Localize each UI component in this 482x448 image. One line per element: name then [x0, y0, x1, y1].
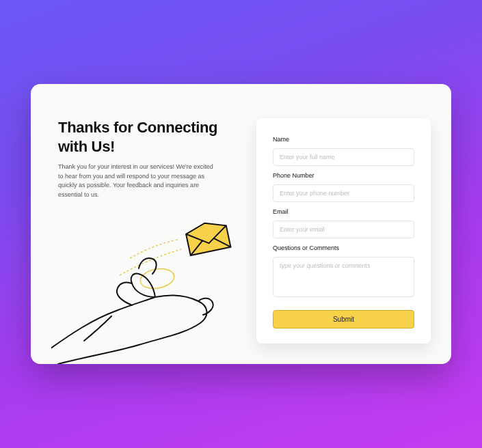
- email-input[interactable]: [273, 221, 414, 238]
- name-label: Name: [273, 136, 414, 143]
- page-description: Thank you for your interest in our servi…: [58, 163, 215, 199]
- phone-label: Phone Number: [273, 172, 414, 179]
- email-label: Email: [273, 208, 414, 215]
- left-column: Thanks for Connecting with Us! Thank you…: [58, 118, 250, 344]
- comments-textarea[interactable]: [273, 257, 414, 297]
- submit-button[interactable]: Submit: [273, 310, 414, 328]
- comments-label: Questions or Comments: [273, 244, 414, 251]
- contact-form: Name Phone Number Email Questions or Com…: [256, 118, 431, 344]
- name-input[interactable]: [273, 148, 414, 166]
- page-title: Thanks for Connecting with Us!: [58, 118, 250, 156]
- hand-envelope-illustration: [51, 214, 256, 364]
- svg-point-0: [139, 266, 176, 291]
- contact-card: Thanks for Connecting with Us! Thank you…: [31, 84, 451, 364]
- phone-input[interactable]: [273, 184, 414, 202]
